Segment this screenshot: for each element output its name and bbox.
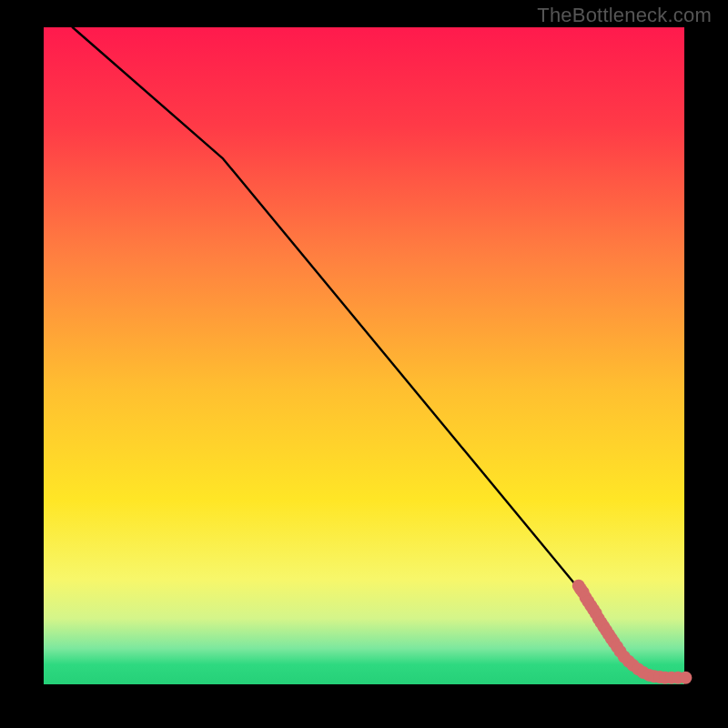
plot-background: [44, 27, 684, 684]
chart-container: TheBottleneck.com: [0, 0, 728, 728]
chart-svg: [0, 0, 728, 728]
watermark-text: TheBottleneck.com: [537, 4, 712, 27]
data-point: [679, 672, 692, 684]
